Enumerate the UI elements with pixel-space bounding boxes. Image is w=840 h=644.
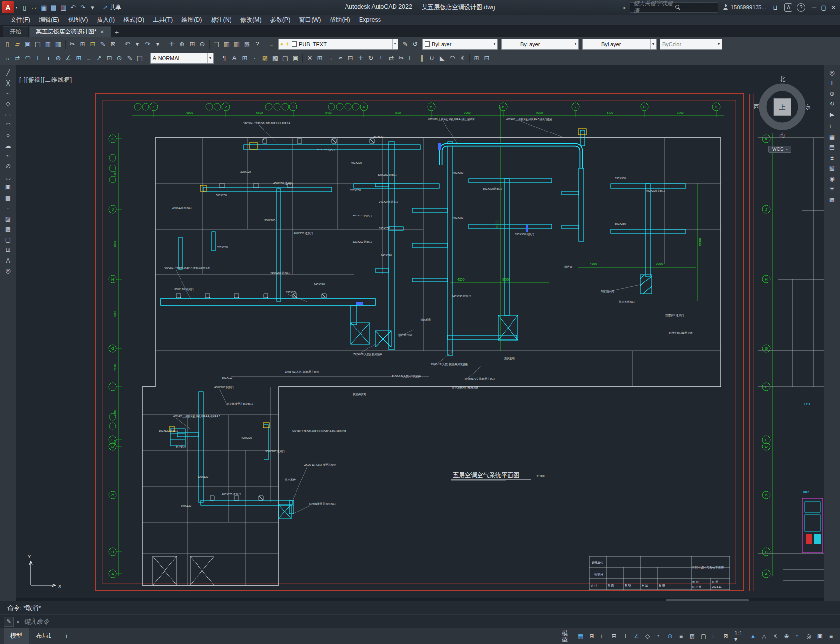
sun-properties-icon[interactable]: ☀ <box>826 184 838 194</box>
layout-tab-layout1[interactable]: 布局1 <box>30 628 58 644</box>
menu-item-10[interactable]: 窗口(W) <box>295 15 325 25</box>
new-file-icon[interactable]: ▯ <box>2 39 12 49</box>
redo-icon[interactable]: ↷ <box>78 3 87 12</box>
object-snap-tracking-icon[interactable]: ≈ <box>654 631 664 641</box>
new-layout-button[interactable]: + <box>59 628 75 644</box>
save-icon[interactable]: ▣ <box>23 39 33 49</box>
quickcalc-icon[interactable]: ⊟ <box>482 53 492 63</box>
mirror-icon[interactable]: ↔ <box>325 53 335 63</box>
scale-icon[interactable]: ± <box>376 53 386 63</box>
hatch-icon[interactable]: ▨ <box>260 53 270 63</box>
text-style-dropdown-icon[interactable]: ▾ <box>207 53 211 63</box>
paste-icon[interactable]: ⊟ <box>88 39 98 49</box>
linetype-combo-dropdown-icon[interactable]: ▾ <box>573 39 576 49</box>
tab-close-icon[interactable]: ✕ <box>100 29 104 34</box>
plotstyle-combo-dropdown-icon[interactable]: ▾ <box>716 39 720 49</box>
properties-palette-icon[interactable]: ▤ <box>212 39 221 49</box>
isodraft-icon[interactable]: ◇ <box>642 631 653 641</box>
dim-radius-icon[interactable]: ◑ <box>43 53 53 63</box>
line-tool-icon[interactable]: ╱ <box>2 68 14 78</box>
layer-freeze-sun-icon[interactable]: ☀ <box>285 42 290 47</box>
copy-clip-icon[interactable]: ⊞ <box>78 39 87 49</box>
construction-line-icon[interactable]: ╳ <box>2 79 14 88</box>
region-tool-icon[interactable]: ▢ <box>2 235 14 245</box>
make-block-icon[interactable]: ▤ <box>2 193 14 203</box>
new-file-icon[interactable]: ▯ <box>20 3 29 12</box>
polygon-tool-icon[interactable]: ◇ <box>2 99 14 109</box>
compass-west-label[interactable]: 西 <box>754 103 759 110</box>
grid-display-icon[interactable]: ▦ <box>576 631 586 641</box>
rotate-icon[interactable]: ↻ <box>366 53 376 63</box>
menu-item-1[interactable]: 编辑(E) <box>34 15 64 25</box>
search-icon[interactable] <box>675 5 715 10</box>
zoom-extents-icon[interactable]: ⊕ <box>826 89 838 99</box>
center-mark-icon[interactable]: ⊙ <box>115 53 124 63</box>
ortho-mode-icon[interactable]: ⊥ <box>620 631 630 641</box>
leader-icon[interactable]: ↗ <box>94 53 104 63</box>
revision-cloud-icon[interactable]: ☁ <box>2 141 14 151</box>
array-icon[interactable]: ⊟ <box>346 53 355 63</box>
chamfer-icon[interactable]: ◣ <box>437 53 447 63</box>
menu-item-11[interactable]: 帮助(H) <box>325 15 354 25</box>
undo-icon[interactable]: ↶ <box>68 3 78 12</box>
break-icon[interactable]: ∥ <box>417 53 427 63</box>
hatch-tool-icon[interactable]: ▨ <box>2 214 14 224</box>
workspace-switching-icon[interactable]: ✳ <box>770 631 780 641</box>
insert-block-icon[interactable]: ▣ <box>2 183 14 193</box>
qat-dropdown-icon[interactable]: ▾ <box>88 3 97 12</box>
annotation-scale-label[interactable]: 1:1 ▾ <box>732 631 747 641</box>
layer-combo[interactable]: ● ☀ PUB_TEXT ▾ <box>278 39 398 50</box>
layer-previous-icon[interactable]: ↺ <box>411 39 420 49</box>
menu-item-7[interactable]: 标注(N) <box>207 15 236 25</box>
sheet-set-manager-icon[interactable]: ▧ <box>242 39 252 49</box>
menu-item-3[interactable]: 插入(I) <box>92 15 119 25</box>
menu-item-8[interactable]: 修改(M) <box>236 15 266 25</box>
menu-item-9[interactable]: 参数(P) <box>266 15 295 25</box>
dim-aligned-icon[interactable]: ⇄ <box>13 53 22 63</box>
block-editor-icon[interactable]: ⊠ <box>108 39 118 49</box>
steering-wheel-icon[interactable]: ◎ <box>826 68 838 78</box>
ellipse-tool-icon[interactable]: ∅ <box>2 162 14 172</box>
menu-item-5[interactable]: 工具(T) <box>148 15 177 25</box>
isolate-objects-icon[interactable]: ◎ <box>804 631 814 641</box>
layer-combo-dropdown-icon[interactable]: ▾ <box>392 39 396 49</box>
plot-icon[interactable]: ▥ <box>59 3 68 12</box>
layer-properties-icon[interactable]: ≡ <box>266 39 276 49</box>
dim-linear-icon[interactable]: ↔ <box>2 53 12 63</box>
tab-drawing[interactable]: 某五层饭店空调设计图* ✕ <box>29 26 111 37</box>
orbit-icon[interactable]: ↻ <box>826 99 838 109</box>
measure-tool-icon[interactable]: ⊞ <box>472 53 481 63</box>
status-model-button[interactable]: 模型 <box>560 631 575 641</box>
explode-icon[interactable]: ✳ <box>458 53 467 63</box>
app-menu-arrow-icon[interactable]: ▾ <box>16 5 17 10</box>
copy-object-icon[interactable]: ⊞ <box>315 53 325 63</box>
color-combo-dropdown-icon[interactable]: ▾ <box>492 39 495 49</box>
maximize-button[interactable]: ▢ <box>819 3 828 12</box>
share-button[interactable]: ↗共享 <box>103 3 121 12</box>
hardware-acceleration-icon[interactable]: ≈ <box>792 631 803 641</box>
dim-ordinate-icon[interactable]: ⊥ <box>33 53 43 63</box>
canvas-horizontal-scrollbar[interactable] <box>16 598 824 601</box>
dim-arc-icon[interactable]: ◠ <box>23 53 33 63</box>
new-tab-button[interactable]: + <box>112 27 122 37</box>
view-controls-icon[interactable]: ▦ <box>826 132 838 142</box>
region-icon[interactable]: ▣ <box>291 53 300 63</box>
open-file-icon[interactable]: ▱ <box>30 3 39 12</box>
lineweight-display-icon[interactable]: ≡ <box>676 631 686 641</box>
redo-dropdown-icon[interactable]: ▾ <box>153 39 163 49</box>
plot-preview-icon[interactable]: ▥ <box>43 39 53 49</box>
text-style-combo[interactable]: A NORMAL ▾ <box>150 53 214 64</box>
mtext-icon[interactable]: ¶ <box>219 53 229 63</box>
save-icon[interactable]: ▣ <box>39 3 49 12</box>
undo-dropdown-icon[interactable]: ▾ <box>132 39 142 49</box>
pan-hand-icon[interactable]: ✛ <box>826 79 838 88</box>
dim-edit-icon[interactable]: ✎ <box>125 53 134 63</box>
compass-north-label[interactable]: 北 <box>779 76 785 83</box>
color-combo[interactable]: ByLayer ▾ <box>422 39 498 50</box>
help-icon[interactable]: ? <box>252 39 262 49</box>
quick-dim-icon[interactable]: ⊞ <box>74 53 83 63</box>
fillet-icon[interactable]: ◠ <box>447 53 457 63</box>
snap-mode-icon[interactable]: ⊞ <box>587 631 597 641</box>
plot-icon[interactable]: ▤ <box>33 39 43 49</box>
add-selected-icon[interactable]: ◎ <box>2 266 14 276</box>
